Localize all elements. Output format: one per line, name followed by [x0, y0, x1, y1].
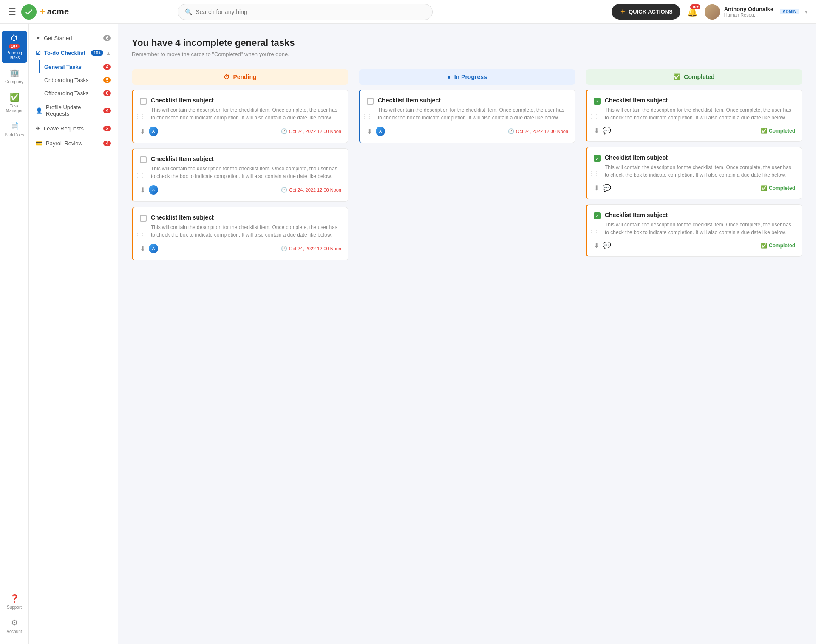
leave-count: 2 — [103, 126, 111, 131]
download-icon[interactable]: ⬇ — [140, 186, 145, 194]
download-icon[interactable]: ⬇ — [140, 127, 145, 136]
task-title: Checklist Item subject — [605, 97, 795, 104]
drag-handle[interactable]: ⋮⋮ — [589, 113, 599, 119]
task-checkbox-p3[interactable] — [140, 215, 147, 222]
task-body: Checklist Item subject This will contain… — [151, 155, 341, 180]
task-title: Checklist Item subject — [605, 212, 795, 218]
task-card-c3: ⋮⋮ Checklist Item subject This will cont… — [586, 204, 802, 257]
task-card-top: Checklist Item subject This will contain… — [594, 97, 795, 121]
assignee-avatar: A — [149, 185, 158, 195]
sub-submenu-todo: General Tasks 4 Onboarding Tasks 5 Offbo… — [29, 60, 118, 100]
sidebar-item-pending-tasks[interactable]: ⏱ 10+ Pending Tasks — [2, 31, 27, 63]
drag-handle[interactable]: ⋮⋮ — [589, 228, 599, 234]
sub-menu-todo-checklist[interactable]: ☑ To-do Checklist 10+ ▲ — [29, 45, 118, 60]
download-icon[interactable]: ⬇ — [594, 241, 599, 249]
sidebar-item-padi-docs[interactable]: 📄 Padi Docs — [2, 118, 27, 141]
task-checkbox-p1[interactable] — [140, 98, 147, 105]
task-footer-left: ⬇ 💬 — [594, 127, 611, 135]
task-footer-left: ⬇ A — [140, 244, 158, 253]
task-footer: ⬇ A 🕐 Oct 24, 2022 12:00 Noon — [367, 127, 568, 136]
todo-checklist-icon: ☑ — [36, 50, 41, 56]
drag-handle[interactable]: ⋮⋮ — [362, 113, 372, 119]
sub-menu-label: Profile Update Requests — [46, 104, 103, 117]
assignee-avatar: A — [149, 127, 158, 136]
task-checkbox-c3[interactable] — [594, 212, 601, 219]
sidebar-item-company[interactable]: 🏢 Company — [2, 65, 27, 88]
notification-button[interactable]: 🔔 10+ — [687, 7, 698, 17]
sub-menu-leave-requests[interactable]: ✈ Leave Requests 2 — [29, 121, 118, 136]
drag-handle[interactable]: ⋮⋮ — [135, 231, 145, 237]
sub-menu-item-left: ✈ Leave Requests — [36, 125, 84, 132]
sidebar-item-label: Support — [7, 605, 22, 610]
sub-submenu-onboarding-tasks[interactable]: Onboarding Tasks 5 — [39, 73, 118, 87]
user-profile[interactable]: Anthony Odunaike Human Resou... ADMIN ▾ — [705, 4, 808, 20]
download-icon[interactable]: ⬇ — [594, 127, 599, 135]
task-card-ip1: ⋮⋮ Checklist Item subject This will cont… — [359, 90, 575, 143]
task-body: Checklist Item subject This will contain… — [605, 97, 795, 121]
top-nav: ☰ + acme 🔍 ＋ QUICK ACTIONS 🔔 10+ Anthony… — [0, 0, 816, 24]
hamburger-menu[interactable]: ☰ — [8, 7, 16, 17]
sidebar-item-label: Account — [6, 629, 22, 634]
download-icon[interactable]: ⬇ — [140, 245, 145, 253]
comment-icon[interactable]: 💬 — [603, 184, 611, 192]
download-icon[interactable]: ⬇ — [367, 127, 372, 136]
sub-menu-get-started[interactable]: ✦ Get Started 6 — [29, 31, 118, 45]
get-started-count: 6 — [103, 35, 111, 41]
get-started-icon: ✦ — [36, 35, 40, 41]
task-footer: ⬇ 💬 ✅ Completed — [594, 127, 795, 135]
drag-handle[interactable]: ⋮⋮ — [135, 113, 145, 119]
plus-icon: ＋ — [619, 7, 626, 16]
sidebar-item-task-manager[interactable]: ✅ Task Manager — [2, 89, 27, 116]
sidebar-item-label: Padi Docs — [5, 133, 24, 137]
sidebar-item-account[interactable]: ⚙ Account — [2, 615, 27, 637]
sidebar-item-support[interactable]: ❓ Support — [2, 590, 27, 613]
drag-handle[interactable]: ⋮⋮ — [135, 172, 145, 178]
due-date: 🕐 Oct 24, 2022 12:00 Noon — [508, 128, 568, 134]
task-card-p2: ⋮⋮ Checklist Item subject This will cont… — [132, 148, 348, 202]
pending-column: ⏱ Pending ⋮⋮ Checklist Item subject This… — [132, 69, 348, 266]
task-columns: ⏱ Pending ⋮⋮ Checklist Item subject This… — [132, 69, 802, 266]
due-date: 🕐 Oct 24, 2022 12:00 Noon — [281, 246, 341, 251]
task-checkbox-ip1[interactable] — [367, 98, 374, 105]
chevron-down-icon: ▾ — [805, 9, 808, 15]
todo-controls: 10+ ▲ — [91, 50, 111, 56]
avatar — [705, 4, 720, 20]
download-icon[interactable]: ⬇ — [594, 184, 599, 192]
quick-actions-button[interactable]: ＋ QUICK ACTIONS — [612, 4, 680, 20]
task-desc: This will contain the description for th… — [605, 221, 795, 236]
task-card-c2: ⋮⋮ Checklist Item subject This will cont… — [586, 147, 802, 199]
layout: ⏱ 10+ Pending Tasks 🏢 Company ✅ Task Man… — [0, 0, 816, 644]
sub-sidebar: ✦ Get Started 6 ☑ To-do Checklist 10+ ▲ … — [29, 24, 118, 644]
sub-submenu-offboarding-tasks[interactable]: Offboarding Tasks 0 — [39, 87, 118, 100]
task-footer-left: ⬇ 💬 — [594, 241, 611, 249]
onboarding-tasks-label: Onboarding Tasks — [44, 77, 89, 83]
sub-menu-payroll-review[interactable]: 💳 Payroll Review 4 — [29, 136, 118, 151]
sub-menu-profile-update[interactable]: 👤 Profile Update Requests 4 — [29, 100, 118, 121]
profile-update-count: 4 — [103, 108, 111, 113]
general-tasks-label: General Tasks — [44, 64, 82, 70]
sub-submenu-general-tasks[interactable]: General Tasks 4 — [39, 60, 118, 73]
search-input[interactable] — [196, 8, 425, 15]
task-checkbox-p2[interactable] — [140, 156, 147, 163]
task-title: Checklist Item subject — [151, 214, 341, 221]
task-card-top: Checklist Item subject This will contain… — [594, 212, 795, 236]
task-checkbox-c1[interactable] — [594, 98, 601, 105]
comment-icon[interactable]: 💬 — [603, 241, 611, 249]
task-footer: ⬇ 💬 ✅ Completed — [594, 184, 795, 192]
task-title: Checklist Item subject — [151, 155, 341, 162]
chevron-up-icon[interactable]: ▲ — [106, 50, 111, 56]
in-progress-header: ● In Progress — [359, 69, 575, 85]
sub-menu-label: Leave Requests — [44, 125, 84, 132]
pending-tasks-icon: ⏱ — [11, 34, 18, 43]
comment-icon[interactable]: 💬 — [603, 127, 611, 135]
sidebar-item-label: Pending Tasks — [4, 51, 25, 60]
leave-requests-icon: ✈ — [36, 125, 40, 132]
sub-menu-label: To-do Checklist — [44, 50, 85, 56]
task-title: Checklist Item subject — [605, 154, 795, 161]
task-checkbox-c2[interactable] — [594, 155, 601, 162]
search-bar[interactable]: 🔍 — [178, 4, 433, 20]
task-card-top: Checklist Item subject This will contain… — [140, 97, 341, 121]
due-date: 🕐 Oct 24, 2022 12:00 Noon — [281, 128, 341, 134]
completed-header: ✅ Completed — [586, 69, 802, 85]
drag-handle[interactable]: ⋮⋮ — [589, 170, 599, 176]
